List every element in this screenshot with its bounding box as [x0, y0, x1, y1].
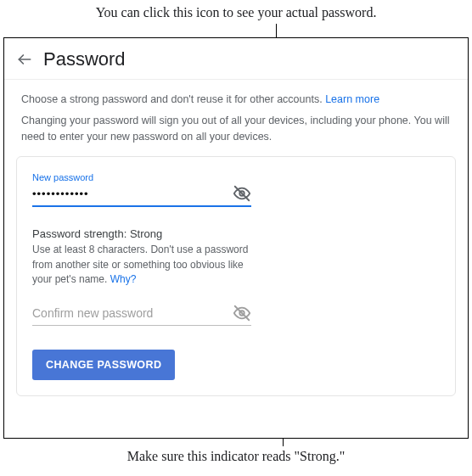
learn-more-link[interactable]: Learn more	[325, 93, 379, 105]
new-password-label: New password	[32, 172, 440, 182]
new-password-field: New password	[32, 172, 440, 207]
back-arrow-icon[interactable]	[16, 51, 33, 68]
intro-text: Choose a strong password and don't reuse…	[4, 80, 468, 148]
strength-block: Password strength: Strong Use at least 8…	[32, 227, 440, 287]
strength-label: Password strength:	[32, 227, 130, 240]
new-password-input[interactable]	[32, 186, 233, 202]
strength-value: Strong	[130, 227, 162, 240]
hint-text: Use at least 8 characters. Don't use a p…	[32, 244, 248, 285]
intro-line2: Changing your password will sign you out…	[21, 113, 451, 145]
intro-line1: Choose a strong password and don't reuse…	[21, 93, 325, 105]
annotation-top: You can click this icon to see your actu…	[0, 0, 472, 22]
visibility-toggle-icon[interactable]	[233, 304, 251, 322]
change-password-button[interactable]: CHANGE PASSWORD	[32, 350, 175, 380]
page-title: Password	[43, 48, 126, 70]
password-hint: Use at least 8 characters. Don't use a p…	[32, 243, 253, 287]
confirm-password-input[interactable]: Confirm new password	[32, 305, 233, 322]
password-form: New password Password strength: Strong U…	[16, 156, 456, 396]
password-settings-card: Password Choose a strong password and do…	[3, 37, 469, 439]
card-header: Password	[4, 38, 468, 80]
why-link[interactable]: Why?	[110, 273, 137, 285]
annotation-bottom: Make sure this indicator reads "Strong."	[0, 444, 472, 464]
visibility-toggle-icon[interactable]	[233, 184, 251, 203]
confirm-password-field: Confirm new password	[32, 304, 440, 326]
